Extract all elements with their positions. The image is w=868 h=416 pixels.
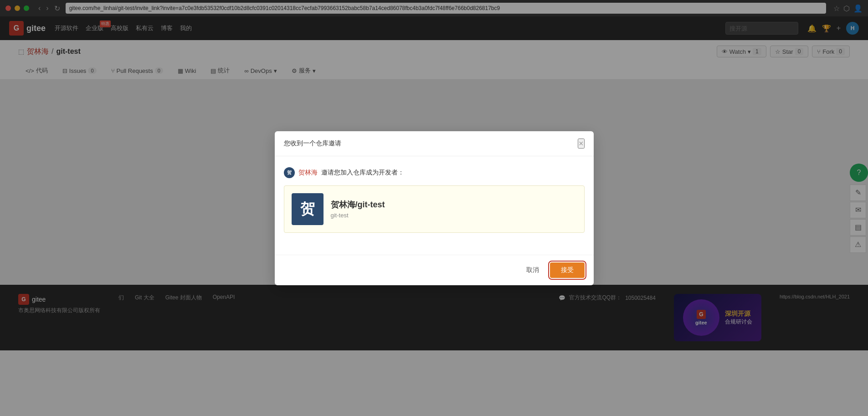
modal-close-button[interactable]: × [578, 139, 585, 149]
modal-title: 您收到一个仓库邀请 [284, 139, 341, 148]
inviter-avatar: 贺 [284, 167, 295, 178]
modal-footer: 取消 接受 [275, 255, 594, 285]
cancel-button[interactable]: 取消 [521, 263, 544, 277]
repo-card-info: 贺林海/git-test git-test [331, 199, 385, 219]
modal-header: 您收到一个仓库邀请 × [275, 131, 594, 156]
invite-text: 邀请您加入仓库成为开发者： [321, 169, 404, 177]
repo-card: 贺 贺林海/git-test git-test [284, 185, 585, 233]
invite-modal: 您收到一个仓库邀请 × 贺 贺林海 邀请您加入仓库成为开发者： 贺 贺林海/gi… [275, 131, 594, 285]
repo-card-icon: 贺 [292, 193, 324, 225]
inviter-name[interactable]: 贺林海 [298, 169, 318, 177]
repo-card-name: 贺林海/git-test [331, 199, 385, 210]
modal-overlay: 您收到一个仓库邀请 × 贺 贺林海 邀请您加入仓库成为开发者： 贺 贺林海/gi… [0, 0, 868, 350]
repo-card-desc: git-test [331, 212, 385, 219]
inviter-row: 贺 贺林海 邀请您加入仓库成为开发者： [284, 167, 585, 178]
main-content: 您收到一个仓库邀请 × 贺 贺林海 邀请您加入仓库成为开发者： 贺 贺林海/gi… [0, 80, 868, 285]
modal-body: 贺 贺林海 邀请您加入仓库成为开发者： 贺 贺林海/git-test git-t… [275, 156, 594, 255]
accept-button[interactable]: 接受 [550, 262, 585, 278]
